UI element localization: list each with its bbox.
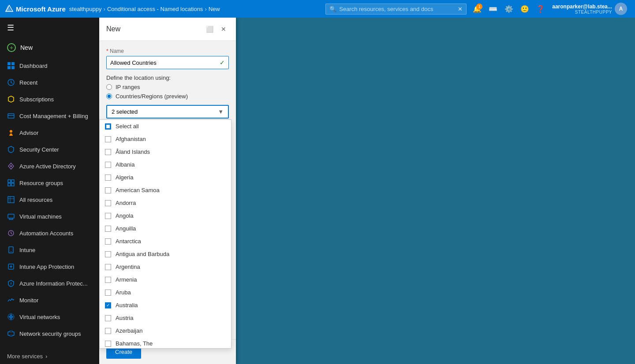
sidebar-item-intune[interactable]: Intune — [0, 241, 99, 258]
sidebar-item-intune-app-protection[interactable]: Intune App Protection — [0, 258, 99, 275]
sidebar-label-intune-app: Intune App Protection — [19, 264, 74, 270]
search-input[interactable] — [339, 6, 455, 12]
checkbox-american-samoa[interactable] — [105, 187, 111, 193]
country-item-albania[interactable]: Albania — [100, 158, 231, 171]
checkbox-argentina[interactable] — [105, 264, 111, 270]
user-menu[interactable]: aaronparker@lab.stea... STEALTHPUPPY A — [549, 3, 630, 15]
country-item-antarctica[interactable]: Antarctica — [100, 235, 231, 248]
country-item-aruba[interactable]: Aruba — [100, 286, 231, 299]
breadcrumb-named-locations[interactable]: Conditional access - Named locations — [107, 6, 203, 12]
notifications-button[interactable]: 🔔 1 — [470, 2, 484, 16]
name-input[interactable] — [110, 59, 220, 66]
topbar-icons: 🔔 1 ⌨️ ⚙️ 🙂 ❓ aaronparker@lab.stea... ST… — [470, 2, 630, 16]
topbar: Microsoft Azure stealthpuppy › Condition… — [0, 0, 635, 18]
country-item-antigua[interactable]: Antigua and Barbuda — [100, 248, 231, 260]
checkbox-aland-islands[interactable] — [105, 149, 111, 155]
radio-ip-ranges[interactable]: IP ranges — [106, 84, 229, 90]
sidebar-item-automation-accounts[interactable]: Automation Accounts — [0, 225, 99, 241]
checkbox-bahamas[interactable] — [105, 341, 111, 347]
select-all-checkbox[interactable] — [105, 123, 111, 130]
country-label-argentina: Argentina — [116, 264, 140, 270]
country-item-australia[interactable]: ✓ Australia — [100, 299, 231, 312]
checkbox-angola[interactable] — [105, 213, 111, 219]
cloud-shell-button[interactable]: ⌨️ — [486, 2, 500, 16]
svg-rect-12 — [8, 183, 11, 186]
sidebar-item-virtual-machines[interactable]: Virtual machines — [0, 208, 99, 225]
country-item-anguilla[interactable]: Anguilla — [100, 222, 231, 235]
help-button[interactable]: ❓ — [534, 2, 548, 16]
countries-dropdown-trigger[interactable]: 2 selected ▼ — [106, 105, 229, 119]
radio-ip-ranges-input[interactable] — [106, 84, 112, 90]
search-clear-icon[interactable]: ✕ — [458, 6, 463, 12]
panel-body: * Name ✓ Define the location using: IP r… — [99, 41, 236, 364]
feedback-button[interactable]: 🙂 — [518, 2, 532, 16]
breadcrumb-new[interactable]: New — [209, 6, 220, 12]
breadcrumb-tenant[interactable]: stealthpuppy — [69, 6, 102, 12]
checkbox-antigua[interactable] — [105, 251, 111, 257]
dropdown-arrow-icon: ▼ — [218, 108, 224, 115]
country-item-angola[interactable]: Angola — [100, 209, 231, 222]
radio-countries-regions[interactable]: Countries/Regions (preview) — [106, 93, 229, 100]
country-item-american-samoa[interactable]: American Samoa — [100, 184, 231, 197]
advisor-icon — [7, 129, 15, 137]
checkbox-aruba[interactable] — [105, 290, 111, 296]
security-center-icon — [7, 145, 15, 153]
sidebar-item-monitor[interactable]: Monitor — [0, 292, 99, 308]
search-bar[interactable]: 🔍 ✕ — [325, 4, 467, 15]
checkbox-azerbaijan[interactable] — [105, 328, 111, 334]
notification-badge: 1 — [476, 4, 482, 10]
sidebar-item-subscriptions[interactable]: Subscriptions — [0, 91, 99, 108]
country-item-afghanistan[interactable]: Afghanistan — [100, 133, 231, 145]
panel-maximize-button[interactable]: ⬜ — [204, 24, 215, 34]
checkbox-anguilla[interactable] — [105, 226, 111, 232]
country-item-azerbaijan[interactable]: Azerbaijan — [100, 324, 231, 337]
sidebar-item-network-security[interactable]: Network security groups — [0, 325, 99, 342]
sidebar-item-resource-groups[interactable]: Resource groups — [0, 175, 99, 191]
svg-rect-15 — [8, 214, 14, 218]
sidebar-item-virtual-networks[interactable]: Virtual networks — [0, 308, 99, 325]
panel-close-button[interactable]: ✕ — [218, 24, 229, 34]
more-services-link[interactable]: More services › — [0, 349, 99, 364]
country-item-algeria[interactable]: Algeria — [100, 171, 231, 184]
sidebar-item-azure-ad[interactable]: Azure Active Directory — [0, 158, 99, 175]
country-label-angola: Angola — [116, 212, 133, 219]
sidebar-label-all-resources: All resources — [19, 197, 52, 203]
automation-icon — [7, 229, 15, 237]
sidebar-item-security-center[interactable]: Security Center — [0, 141, 99, 158]
sidebar-label-dashboard: Dashboard — [19, 63, 48, 69]
country-item-aland-islands[interactable]: Åland Islands — [100, 145, 231, 158]
checkbox-australia[interactable]: ✓ — [105, 302, 111, 308]
radio-countries-regions-input[interactable] — [106, 93, 112, 99]
info-protect-icon — [7, 279, 15, 287]
user-email: aaronparker@lab.stea... — [552, 4, 612, 10]
checkbox-algeria[interactable] — [105, 175, 111, 181]
sidebar-label-subscriptions: Subscriptions — [19, 96, 54, 103]
country-item-austria[interactable]: Austria — [100, 312, 231, 324]
sidebar-item-advisor[interactable]: Advisor — [0, 124, 99, 141]
checkbox-antarctica[interactable] — [105, 238, 111, 245]
checkbox-andorra[interactable] — [105, 200, 111, 206]
sidebar-label-network-security: Network security groups — [19, 331, 81, 337]
sidebar-item-azure-info-protect[interactable]: Azure Information Protec... — [0, 275, 99, 292]
checkbox-albania[interactable] — [105, 162, 111, 168]
checkbox-afghanistan[interactable] — [105, 136, 111, 142]
name-check-icon: ✓ — [220, 59, 225, 66]
checkbox-austria[interactable] — [105, 315, 111, 321]
sidebar-item-dashboard[interactable]: Dashboard — [0, 57, 99, 74]
country-item-argentina[interactable]: Argentina — [100, 260, 231, 273]
checkbox-armenia[interactable] — [105, 277, 111, 283]
billing-icon — [7, 112, 15, 120]
country-item-andorra[interactable]: Andorra — [100, 197, 231, 209]
sidebar-item-cost-management[interactable]: Cost Management + Billing — [0, 108, 99, 124]
country-label-american-samoa: American Samoa — [116, 187, 160, 193]
sidebar-item-new[interactable]: + New — [0, 38, 99, 57]
country-item-armenia[interactable]: Armenia — [100, 273, 231, 286]
hamburger-button[interactable]: ☰ — [0, 18, 99, 38]
sidebar-item-recent[interactable]: Recent — [0, 74, 99, 91]
settings-button[interactable]: ⚙️ — [502, 2, 516, 16]
country-item-bahamas[interactable]: Bahamas, The — [100, 337, 231, 349]
select-all-item[interactable]: Select all — [100, 120, 231, 133]
country-label-andorra: Andorra — [116, 200, 136, 206]
sidebar-item-all-resources[interactable]: All resources — [0, 191, 99, 208]
new-label: New — [20, 44, 33, 51]
